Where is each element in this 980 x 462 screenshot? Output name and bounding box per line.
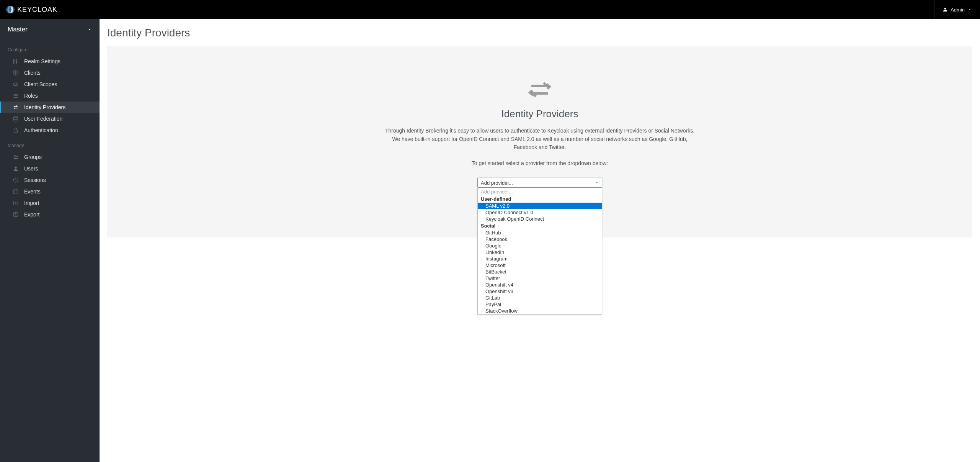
exchange-icon bbox=[528, 80, 551, 99]
import-icon bbox=[13, 200, 19, 206]
sidebar-item-clients[interactable]: Clients bbox=[0, 67, 100, 79]
venn-icon bbox=[13, 81, 19, 87]
db-icon bbox=[13, 116, 19, 122]
sidebar-item-authentication[interactable]: Authentication bbox=[0, 125, 100, 136]
empty-state: Identity Providers Through Identity Brok… bbox=[383, 80, 697, 188]
dropdown-option-openid-connect-v1-0[interactable]: OpenID Connect v1.0 bbox=[478, 209, 602, 216]
provider-dropdown: Add provider... Add provider...User-defi… bbox=[477, 178, 602, 188]
provider-select-value: Add provider... bbox=[481, 180, 513, 186]
sidebar-item-import[interactable]: Import bbox=[0, 197, 100, 209]
sidebar-item-label: Import bbox=[24, 200, 39, 206]
sidebar-item-client-scopes[interactable]: Client Scopes bbox=[0, 79, 100, 90]
sidebar-item-user-federation[interactable]: User Federation bbox=[0, 113, 100, 125]
sidebar-item-sessions[interactable]: Sessions bbox=[0, 174, 100, 186]
group-icon bbox=[13, 154, 19, 160]
dropdown-group-label: Social bbox=[478, 222, 602, 229]
user-icon bbox=[943, 7, 947, 12]
sidebar-item-label: Identity Providers bbox=[24, 104, 65, 110]
brand-logo[interactable]: KEYCLOAK bbox=[6, 5, 57, 14]
exchange-icon bbox=[13, 104, 19, 110]
dropdown-placeholder-option[interactable]: Add provider... bbox=[478, 188, 602, 195]
dropdown-option-saml-v2-0[interactable]: SAML v2.0 bbox=[478, 203, 602, 209]
cube-icon bbox=[13, 70, 19, 76]
top-bar: KEYCLOAK Admin bbox=[0, 0, 980, 19]
sidebar-item-label: Realm Settings bbox=[24, 58, 60, 64]
sidebar-item-realm-settings[interactable]: Realm Settings bbox=[0, 56, 100, 67]
chevron-down-icon bbox=[968, 8, 972, 11]
provider-dropdown-list: Add provider...User-definedSAML v2.0Open… bbox=[477, 188, 602, 315]
keycloak-logo-icon bbox=[6, 5, 15, 14]
dropdown-option-linkedin[interactable]: LinkedIn bbox=[478, 249, 602, 256]
chevron-down-icon bbox=[595, 181, 599, 185]
dropdown-option-gitlab[interactable]: GitLab bbox=[478, 295, 602, 301]
dropdown-option-twitter[interactable]: Twitter bbox=[478, 275, 602, 282]
dropdown-option-facebook[interactable]: Facebook bbox=[478, 236, 602, 242]
sidebar-item-export[interactable]: Export bbox=[0, 209, 100, 220]
dropdown-option-github[interactable]: GitHub bbox=[478, 229, 602, 236]
clock-icon bbox=[13, 177, 19, 183]
main-content: Identity Providers Identity Providers Th… bbox=[100, 19, 980, 462]
dropdown-option-keycloak-openid-connect[interactable]: Keycloak OpenID Connect bbox=[478, 216, 602, 222]
sidebar-item-identity-providers[interactable]: Identity Providers bbox=[0, 102, 100, 113]
svg-marker-0 bbox=[6, 6, 15, 13]
sidebar-item-label: Events bbox=[24, 188, 41, 195]
sidebar-item-label: Export bbox=[24, 211, 39, 218]
empty-description: Through Identity Brokering it's easy to … bbox=[383, 127, 697, 152]
empty-heading: Identity Providers bbox=[383, 108, 697, 120]
sidebar-item-label: Users bbox=[24, 165, 38, 172]
list-icon bbox=[13, 93, 19, 99]
dropdown-option-google[interactable]: Google bbox=[478, 242, 602, 249]
sidebar-item-label: Roles bbox=[24, 93, 38, 99]
sidebar: Master ConfigureRealm SettingsClientsCli… bbox=[0, 19, 100, 462]
provider-select[interactable]: Add provider... bbox=[477, 178, 602, 188]
realm-name: Master bbox=[8, 26, 28, 33]
sidebar-item-events[interactable]: Events bbox=[0, 186, 100, 197]
dropdown-option-openshift-v4[interactable]: Openshift v4 bbox=[478, 282, 602, 288]
sidebar-item-label: Clients bbox=[24, 70, 41, 76]
user-icon bbox=[13, 165, 19, 172]
dropdown-option-paypal[interactable]: PayPal bbox=[478, 301, 602, 308]
calendar-icon bbox=[13, 188, 19, 195]
sidebar-item-groups[interactable]: Groups bbox=[0, 151, 100, 163]
export-icon bbox=[13, 211, 19, 218]
sidebar-item-users[interactable]: Users bbox=[0, 163, 100, 174]
dropdown-option-bitbucket[interactable]: BitBucket bbox=[478, 269, 602, 275]
brand-text: KEYCLOAK bbox=[17, 6, 57, 14]
user-menu[interactable]: Admin bbox=[934, 0, 980, 19]
sidebar-section-label: Manage bbox=[0, 136, 100, 151]
dropdown-option-microsoft[interactable]: Microsoft bbox=[478, 262, 602, 269]
lock-icon bbox=[13, 127, 19, 133]
content-panel: Identity Providers Through Identity Brok… bbox=[107, 46, 972, 238]
sidebar-item-roles[interactable]: Roles bbox=[0, 90, 100, 102]
dropdown-option-stackoverflow[interactable]: StackOverflow bbox=[478, 308, 602, 314]
page-title: Identity Providers bbox=[107, 27, 972, 39]
chevron-down-icon bbox=[87, 27, 92, 32]
sidebar-item-label: Authentication bbox=[24, 127, 58, 133]
dropdown-option-openshift-v3[interactable]: Openshift v3 bbox=[478, 288, 602, 295]
user-label: Admin bbox=[951, 7, 965, 13]
sliders-icon bbox=[13, 58, 19, 64]
sidebar-section-label: Configure bbox=[0, 40, 100, 56]
dropdown-option-instagram[interactable]: Instagram bbox=[478, 256, 602, 262]
realm-selector[interactable]: Master bbox=[0, 19, 100, 40]
sidebar-item-label: Client Scopes bbox=[24, 81, 57, 87]
sidebar-item-label: User Federation bbox=[24, 116, 62, 122]
svg-rect-5 bbox=[531, 85, 547, 87]
empty-hint: To get started select a provider from th… bbox=[383, 160, 697, 166]
dropdown-group-label: User-defined bbox=[478, 195, 602, 203]
sidebar-item-label: Groups bbox=[24, 154, 42, 160]
sidebar-item-label: Sessions bbox=[24, 177, 46, 183]
svg-rect-6 bbox=[533, 92, 548, 95]
